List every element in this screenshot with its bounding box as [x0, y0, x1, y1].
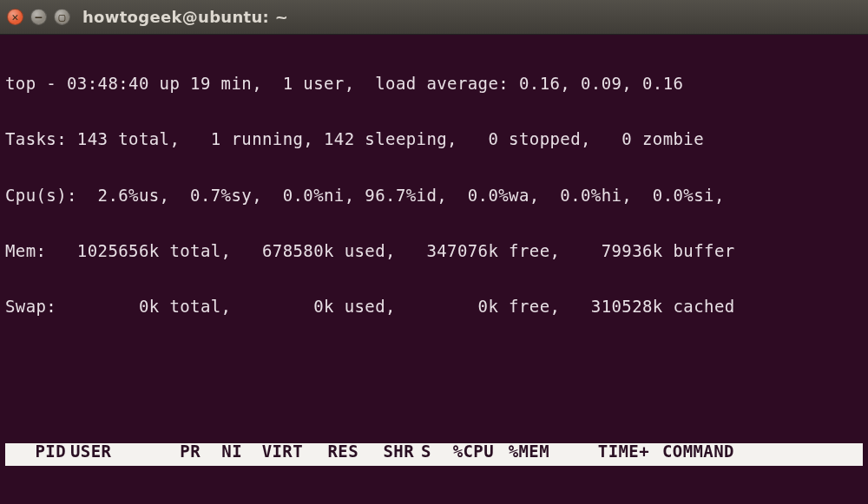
- maximize-button[interactable]: ▢: [54, 9, 70, 25]
- window-title: howtogeek@ubuntu: ~: [82, 10, 288, 25]
- minimize-button[interactable]: –: [30, 9, 47, 25]
- col-user: USER: [66, 443, 153, 460]
- col-pr: PR: [153, 443, 201, 460]
- col-time: TIME+: [549, 443, 649, 460]
- col-mem: %MEM: [494, 443, 549, 460]
- top-mem-line: Mem: 1025656k total, 678580k used, 34707…: [5, 243, 735, 265]
- minimize-icon: –: [36, 11, 43, 23]
- close-icon: ✕: [12, 11, 19, 23]
- col-s: S: [414, 443, 438, 460]
- col-ni: NI: [201, 443, 242, 460]
- terminal-output[interactable]: top - 03:48:40 up 19 min, 1 user, load a…: [0, 35, 868, 504]
- close-button[interactable]: ✕: [7, 9, 23, 25]
- col-shr: SHR: [358, 443, 414, 460]
- top-tasks-line: Tasks: 143 total, 1 running, 142 sleepin…: [5, 131, 704, 154]
- top-uptime-line: top - 03:48:40 up 19 min, 1 user, load a…: [5, 75, 683, 98]
- top-swap-line: Swap: 0k total, 0k used, 0k free, 310528…: [5, 298, 735, 321]
- window-titlebar: ✕ – ▢ howtogeek@ubuntu: ~: [0, 0, 868, 35]
- col-pid: PID: [5, 443, 66, 460]
- process-header: PID USER PR NI VIRT RES SHR S %CPU %MEM …: [5, 443, 863, 466]
- col-virt: VIRT: [242, 443, 303, 460]
- spacer: [5, 354, 863, 376]
- window-controls: ✕ – ▢: [7, 9, 70, 25]
- col-command: COMMAND: [649, 443, 863, 460]
- maximize-icon: ▢: [59, 11, 66, 23]
- col-res: RES: [303, 443, 358, 460]
- top-cpu-line: Cpu(s): 2.6%us, 0.7%sy, 0.0%ni, 96.7%id,…: [5, 187, 725, 210]
- col-cpu: %CPU: [438, 443, 494, 460]
